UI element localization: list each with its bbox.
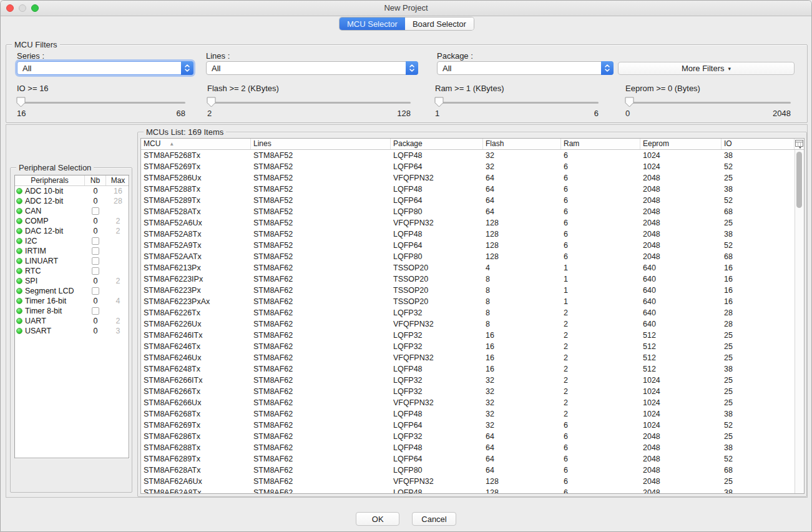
peripheral-row[interactable]: ADC 12-bit028 (15, 196, 129, 206)
mcu-cell-ram: 2 (561, 330, 640, 341)
mcu-cell-eeprom: 2048 (640, 172, 722, 184)
mcu-table-row[interactable]: STM8AF62A8TxSTM8AF62LQFP481286204838 (141, 487, 795, 493)
peripheral-row[interactable]: I2C (15, 236, 129, 246)
flash-slider-track[interactable] (207, 102, 411, 104)
series-dropdown[interactable]: All (17, 61, 193, 75)
mcu-table-row[interactable]: STM8AF6289TxSTM8AF62LQFP64646204852 (141, 453, 795, 465)
mcu-table-row[interactable]: STM8AF5269TxSTM8AF52LQFP64326102452 (141, 161, 795, 172)
peripheral-checkbox[interactable] (92, 247, 99, 255)
mcu-table-row[interactable]: STM8AF52A9TxSTM8AF52LQFP641286204852 (141, 240, 795, 251)
mcu-table-row[interactable]: STM8AF6248TxSTM8AF62LQFP4816251238 (141, 363, 795, 375)
peripheral-nb-value[interactable]: 0 (85, 317, 106, 325)
column-header-flash[interactable]: Flash (483, 139, 561, 149)
column-header-io[interactable]: IO (722, 139, 795, 149)
mcu-table-row[interactable]: STM8AF52A8TxSTM8AF52LQFP481286204838 (141, 229, 795, 240)
column-header-peripherals[interactable]: Peripherals (15, 175, 85, 185)
peripheral-checkbox[interactable] (92, 237, 99, 245)
peripheral-checkbox[interactable] (92, 267, 99, 275)
mcu-table-row[interactable]: STM8AF6246ITxSTM8AF62LQFP3216251225 (141, 330, 795, 341)
peripheral-nb-value[interactable]: 0 (85, 217, 106, 225)
mcu-cell-package: TSSOP20 (391, 273, 483, 285)
mcu-cell-io: 25 (722, 375, 795, 386)
peripheral-row[interactable]: DAC 12-bit02 (15, 226, 129, 236)
mcu-table-row[interactable]: STM8AF62A6UxSTM8AF62VFQFPN321286204825 (141, 476, 795, 487)
peripheral-checkbox[interactable] (92, 307, 99, 315)
peripheral-row[interactable]: ADC 10-bit016 (15, 186, 129, 196)
io-slider-track[interactable] (17, 102, 185, 104)
mcu-table-row[interactable]: STM8AF6269TxSTM8AF62LQFP64326102452 (141, 420, 795, 431)
mcu-table-row[interactable]: STM8AF6223PxSTM8AF62TSSOP208164016 (141, 285, 795, 296)
peripheral-nb-value[interactable]: 0 (85, 197, 106, 205)
mcu-table-row[interactable]: STM8AF6288TxSTM8AF62LQFP48646204838 (141, 442, 795, 453)
ram-slider-thumb[interactable] (434, 97, 444, 110)
peripheral-row[interactable]: Timer 8-bit (15, 306, 129, 316)
peripheral-row[interactable]: Segment LCD (15, 286, 129, 296)
peripheral-row[interactable]: Timer 16-bit04 (15, 296, 129, 306)
package-dropdown[interactable]: All (437, 61, 614, 75)
column-header-lines[interactable]: Lines (251, 139, 391, 149)
mcu-table-row[interactable]: STM8AF528ATxSTM8AF52LQFP80646204868 (141, 206, 795, 217)
io-slider-thumb[interactable] (16, 97, 26, 110)
peripheral-row[interactable]: USART03 (15, 326, 129, 336)
eeprom-slider-track[interactable] (625, 102, 791, 104)
column-header-mcu[interactable]: MCU▲ (141, 139, 251, 149)
peripheral-nb-value[interactable]: 0 (85, 227, 106, 235)
scrollbar-thumb[interactable] (796, 152, 802, 208)
peripheral-row[interactable]: IRTIM (15, 246, 129, 256)
tab-mcu-selector[interactable]: MCU Selector (340, 17, 405, 30)
table-settings-icon[interactable] (795, 139, 803, 149)
lines-dropdown[interactable]: All (206, 61, 418, 75)
mcu-table-row[interactable]: STM8AF6268TxSTM8AF62LQFP48322102438 (141, 408, 795, 420)
ok-button[interactable]: OK (356, 512, 399, 526)
peripheral-row[interactable]: LINUART (15, 256, 129, 266)
peripheral-row[interactable]: CAN (15, 206, 129, 216)
mcu-table-row[interactable]: STM8AF6223PxAxSTM8AF62TSSOP208164016 (141, 296, 795, 307)
peripheral-nb-value[interactable]: 0 (85, 277, 106, 285)
ram-slider-track[interactable] (435, 102, 599, 104)
mcu-table-row[interactable]: STM8AF6246TxSTM8AF62LQFP3216251225 (141, 341, 795, 352)
column-header-nb[interactable]: Nb (85, 175, 106, 185)
mcu-table-row[interactable]: STM8AF6266ITxSTM8AF62LQFP32322102425 (141, 375, 795, 386)
mcu-cell-package: VFQFPN32 (391, 476, 483, 487)
vertical-scrollbar[interactable] (795, 150, 804, 493)
mcu-table-row[interactable]: STM8AF5289TxSTM8AF52LQFP64646204852 (141, 195, 795, 206)
column-header-package[interactable]: Package (391, 139, 483, 149)
column-header-eeprom[interactable]: Eeprom (640, 139, 722, 149)
peripheral-nb-value[interactable]: 0 (85, 187, 106, 195)
mcu-table-row[interactable]: STM8AF52A6UxSTM8AF52VFQFPN321286204825 (141, 217, 795, 229)
peripheral-checkbox[interactable] (92, 287, 99, 295)
peripheral-row[interactable]: RTC (15, 266, 129, 276)
mcu-table-row[interactable]: STM8AF6266UxSTM8AF62VFQFPN32322102425 (141, 397, 795, 408)
mcu-table-row[interactable]: STM8AF52AATxSTM8AF52LQFP801286204868 (141, 251, 795, 262)
mcu-table-row[interactable]: STM8AF6213PxSTM8AF62TSSOP204164016 (141, 262, 795, 273)
peripheral-available-icon (16, 308, 22, 314)
cancel-button[interactable]: Cancel (412, 512, 456, 526)
mcu-table-row[interactable]: STM8AF6226TxSTM8AF62LQFP328264028 (141, 307, 795, 318)
mcu-cell-io: 25 (722, 172, 795, 184)
peripheral-row[interactable]: SPI02 (15, 276, 129, 286)
mcu-cell-flash: 32 (483, 420, 561, 431)
mcu-table-row[interactable]: STM8AF5286UxSTM8AF52VFQFPN32646204825 (141, 172, 795, 184)
column-header-ram[interactable]: Ram (561, 139, 640, 149)
tab-board-selector[interactable]: Board Selector (405, 17, 474, 30)
peripheral-checkbox[interactable] (92, 257, 99, 265)
more-filters-button[interactable]: More Filters ▾ (618, 62, 795, 75)
eeprom-slider-thumb[interactable] (625, 97, 634, 110)
column-header-max[interactable]: Max (106, 175, 129, 185)
mcu-table-row[interactable]: STM8AF5288TxSTM8AF52LQFP48646204838 (141, 184, 795, 195)
mcu-table-row[interactable]: STM8AF5268TxSTM8AF52LQFP48326102438 (141, 150, 795, 161)
peripheral-row[interactable]: COMP02 (15, 216, 129, 226)
mcu-table-row[interactable]: STM8AF6286TxSTM8AF62LQFP32646204825 (141, 431, 795, 442)
mcu-table-row[interactable]: STM8AF6266TxSTM8AF62LQFP32322102425 (141, 386, 795, 397)
peripheral-checkbox[interactable] (92, 207, 99, 215)
peripheral-nb-value[interactable]: 0 (85, 327, 106, 335)
peripheral-nb-value[interactable]: 0 (85, 297, 106, 305)
flash-slider-thumb[interactable] (207, 97, 216, 110)
mcu-table-row[interactable]: STM8AF6223IPxSTM8AF62TSSOP208164016 (141, 273, 795, 285)
peripheral-nb-cell (85, 267, 106, 275)
peripheral-row[interactable]: UART02 (15, 316, 129, 326)
flash-slider-max-value: 128 (397, 109, 411, 118)
mcu-table-row[interactable]: STM8AF6246UxSTM8AF62VFQFPN3216251225 (141, 352, 795, 363)
mcu-table-row[interactable]: STM8AF628ATxSTM8AF62LQFP80646204868 (141, 465, 795, 476)
mcu-table-row[interactable]: STM8AF6226UxSTM8AF62VFQFPN328264028 (141, 318, 795, 330)
